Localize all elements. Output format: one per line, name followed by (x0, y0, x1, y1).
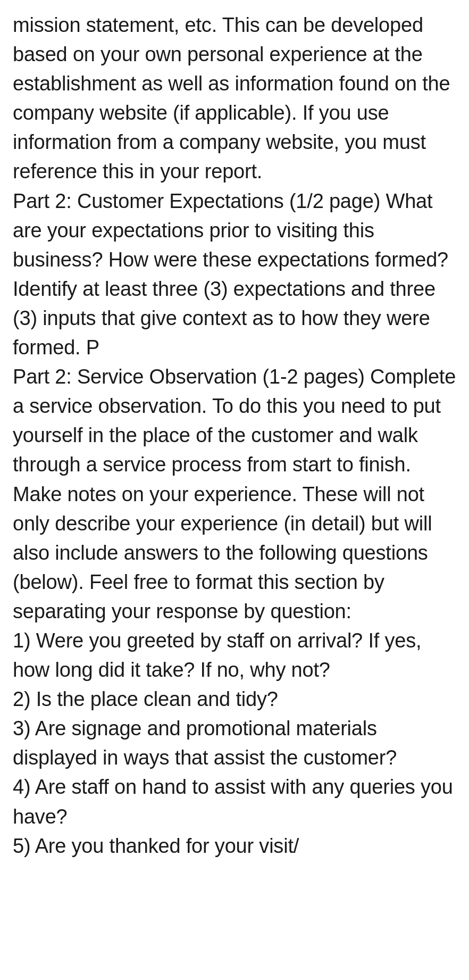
paragraph-6: 3) Are signage and promotional materials… (13, 714, 456, 773)
paragraph-5: 2) Is the place clean and tidy? (13, 685, 456, 714)
paragraph-4: 1) Were you greeted by staff on arrival?… (13, 626, 456, 685)
main-content: mission statement, etc. This can be deve… (0, 0, 469, 882)
document-body: mission statement, etc. This can be deve… (13, 11, 456, 861)
paragraph-2: Part 2: Customer Expectations (1/2 page)… (13, 187, 456, 363)
paragraph-7: 4) Are staff on hand to assist with any … (13, 773, 456, 831)
paragraph-3: Part 2: Service Observation (1-2 pages) … (13, 362, 456, 626)
paragraph-8: 5) Are you thanked for your visit/ (13, 832, 456, 861)
paragraph-1: mission statement, etc. This can be deve… (13, 11, 456, 187)
